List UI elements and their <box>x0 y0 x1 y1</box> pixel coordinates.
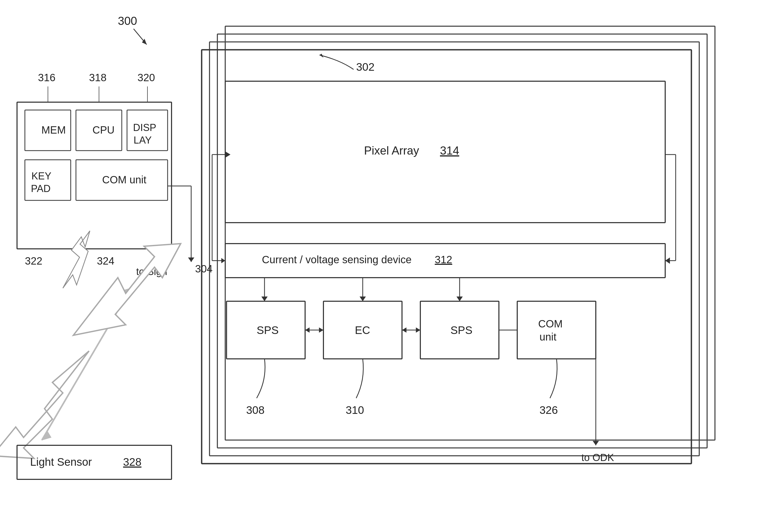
ref-308-label: 308 <box>246 404 264 416</box>
display-label1: DISP <box>133 122 156 133</box>
com-unit-right-label: COM <box>538 318 562 329</box>
cpu-label: CPU <box>92 124 115 136</box>
ref-316-label: 316 <box>38 72 56 83</box>
ref-318-label: 318 <box>89 72 107 83</box>
display-label2: LAY <box>134 135 152 146</box>
ref-310-label: 310 <box>346 404 364 416</box>
ref-314-label: 314 <box>440 144 459 157</box>
ref-320-label: 320 <box>137 72 155 83</box>
ec-label: EC <box>355 324 370 336</box>
sps1-label: SPS <box>257 324 279 336</box>
mem-label: MEM <box>41 124 66 136</box>
com-unit-right-label2: unit <box>540 331 556 343</box>
light-sensor-label: Light Sensor <box>30 456 92 468</box>
ref-304-label: 304 <box>195 263 213 274</box>
ref-326-label: 326 <box>540 404 558 416</box>
keypad-label2: PAD <box>31 183 51 194</box>
com-unit-left-label: COM unit <box>102 174 146 185</box>
ref-324-label: 324 <box>97 255 115 266</box>
ref-322-label: 322 <box>25 255 42 266</box>
ref-302-label: 302 <box>356 61 374 73</box>
to-odk-label: to ODK <box>581 452 614 463</box>
cv-sensing-label: Current / voltage sensing device <box>262 254 411 266</box>
ref-312-label: 312 <box>435 254 452 266</box>
sps2-label: SPS <box>451 324 472 336</box>
ref-328-label: 328 <box>123 456 141 468</box>
keypad-label1: KEY <box>31 170 51 181</box>
ref-300-label: 300 <box>118 15 137 27</box>
pixel-array-label: Pixel Array <box>364 144 419 157</box>
